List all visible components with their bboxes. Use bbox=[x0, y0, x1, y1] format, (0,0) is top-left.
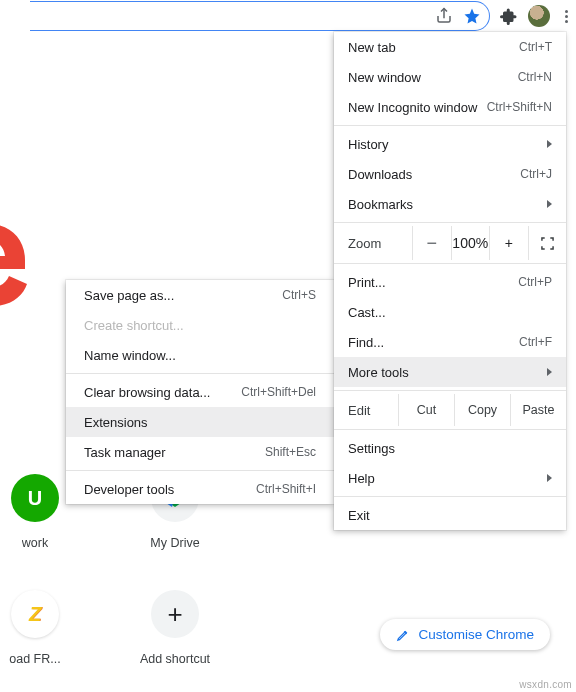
add-shortcut-tile[interactable]: + Add shortcut bbox=[130, 590, 220, 666]
avatar[interactable] bbox=[528, 5, 550, 27]
zoom-out-button[interactable]: − bbox=[412, 226, 451, 260]
menu-hint: Ctrl+S bbox=[282, 288, 316, 302]
menu-new-window[interactable]: New window Ctrl+N bbox=[334, 62, 566, 92]
menu-label: Create shortcut... bbox=[84, 318, 184, 333]
shortcut-icon: U bbox=[11, 474, 59, 522]
fullscreen-icon bbox=[541, 237, 554, 250]
customise-chrome-button[interactable]: Customise Chrome bbox=[380, 619, 550, 650]
menu-new-tab[interactable]: New tab Ctrl+T bbox=[334, 32, 566, 62]
menu-separator bbox=[334, 496, 566, 497]
paste-button[interactable]: Paste bbox=[510, 394, 566, 426]
browser-toolbar bbox=[26, 0, 576, 32]
menu-label: New window bbox=[348, 70, 421, 85]
star-filled-icon[interactable] bbox=[463, 7, 481, 25]
puzzle-icon[interactable] bbox=[500, 7, 518, 25]
menu-separator bbox=[66, 373, 334, 374]
menu-zoom-row: Zoom − 100% + bbox=[334, 226, 566, 260]
plus-icon: + bbox=[151, 590, 199, 638]
menu-hint: Ctrl+P bbox=[518, 275, 552, 289]
shortcut-label: Add shortcut bbox=[140, 652, 210, 666]
menu-incognito[interactable]: New Incognito window Ctrl+Shift+N bbox=[334, 92, 566, 122]
menu-label: Exit bbox=[348, 508, 370, 523]
pencil-icon bbox=[396, 628, 410, 642]
menu-label: Zoom bbox=[334, 236, 412, 251]
cut-button[interactable]: Cut bbox=[398, 394, 454, 426]
menu-separator bbox=[334, 222, 566, 223]
menu-label: New tab bbox=[348, 40, 396, 55]
menu-help[interactable]: Help bbox=[334, 463, 566, 493]
menu-downloads[interactable]: Downloads Ctrl+J bbox=[334, 159, 566, 189]
menu-edit-row: Edit Cut Copy Paste bbox=[334, 394, 566, 426]
menu-separator bbox=[334, 263, 566, 264]
shortcut-label: My Drive bbox=[150, 536, 199, 550]
submenu-arrow-icon bbox=[547, 200, 552, 208]
menu-label: Find... bbox=[348, 335, 384, 350]
menu-settings[interactable]: Settings bbox=[334, 433, 566, 463]
menu-label: Print... bbox=[348, 275, 386, 290]
menu-separator bbox=[66, 470, 334, 471]
menu-hint: Ctrl+Shift+N bbox=[487, 100, 552, 114]
google-logo-fragment bbox=[0, 200, 58, 320]
submenu-developer-tools[interactable]: Developer tools Ctrl+Shift+I bbox=[66, 474, 334, 504]
submenu-arrow-icon bbox=[547, 140, 552, 148]
menu-label: Help bbox=[348, 471, 375, 486]
menu-separator bbox=[334, 125, 566, 126]
copy-button[interactable]: Copy bbox=[454, 394, 510, 426]
submenu-clear-browsing-data[interactable]: Clear browsing data... Ctrl+Shift+Del bbox=[66, 377, 334, 407]
kebab-menu-icon[interactable] bbox=[560, 10, 572, 23]
zoom-value: 100% bbox=[451, 226, 490, 260]
menu-label: Save page as... bbox=[84, 288, 174, 303]
submenu-arrow-icon bbox=[547, 474, 552, 482]
shortcut-label: work bbox=[22, 536, 48, 550]
menu-hint: Ctrl+N bbox=[518, 70, 552, 84]
menu-hint: Ctrl+J bbox=[520, 167, 552, 181]
menu-label: History bbox=[348, 137, 388, 152]
menu-label: Bookmarks bbox=[348, 197, 413, 212]
omnibox-end-cap bbox=[30, 1, 490, 31]
customise-chrome-label: Customise Chrome bbox=[418, 627, 534, 642]
menu-hint: Shift+Esc bbox=[265, 445, 316, 459]
menu-label: New Incognito window bbox=[348, 100, 477, 115]
menu-label: More tools bbox=[348, 365, 409, 380]
shortcut-tile[interactable]: Z oad FR... bbox=[0, 590, 80, 666]
zoom-in-button[interactable]: + bbox=[489, 226, 528, 260]
menu-more-tools[interactable]: More tools bbox=[334, 357, 566, 387]
menu-hint: Ctrl+Shift+Del bbox=[241, 385, 316, 399]
menu-print[interactable]: Print... Ctrl+P bbox=[334, 267, 566, 297]
menu-history[interactable]: History bbox=[334, 129, 566, 159]
submenu-name-window[interactable]: Name window... bbox=[66, 340, 334, 370]
menu-label: Clear browsing data... bbox=[84, 385, 210, 400]
submenu-extensions[interactable]: Extensions bbox=[66, 407, 334, 437]
menu-bookmarks[interactable]: Bookmarks bbox=[334, 189, 566, 219]
menu-label: Name window... bbox=[84, 348, 176, 363]
menu-label: Task manager bbox=[84, 445, 166, 460]
fullscreen-button[interactable] bbox=[528, 226, 567, 260]
share-icon[interactable] bbox=[435, 7, 453, 25]
menu-hint: Ctrl+T bbox=[519, 40, 552, 54]
menu-label: Downloads bbox=[348, 167, 412, 182]
submenu-task-manager[interactable]: Task manager Shift+Esc bbox=[66, 437, 334, 467]
shortcut-label: oad FR... bbox=[9, 652, 60, 666]
menu-hint: Ctrl+F bbox=[519, 335, 552, 349]
menu-label: Developer tools bbox=[84, 482, 174, 497]
menu-label: Extensions bbox=[84, 415, 148, 430]
menu-separator bbox=[334, 390, 566, 391]
chrome-main-menu: New tab Ctrl+T New window Ctrl+N New Inc… bbox=[334, 32, 566, 530]
submenu-arrow-icon bbox=[547, 368, 552, 376]
more-tools-submenu: Save page as... Ctrl+S Create shortcut..… bbox=[66, 280, 334, 504]
submenu-create-shortcut: Create shortcut... bbox=[66, 310, 334, 340]
watermark: wsxdn.com bbox=[519, 679, 572, 690]
menu-cast[interactable]: Cast... bbox=[334, 297, 566, 327]
submenu-save-page-as[interactable]: Save page as... Ctrl+S bbox=[66, 280, 334, 310]
menu-separator bbox=[334, 429, 566, 430]
menu-label: Edit bbox=[334, 394, 398, 426]
menu-hint: Ctrl+Shift+I bbox=[256, 482, 316, 496]
menu-exit[interactable]: Exit bbox=[334, 500, 566, 530]
menu-find[interactable]: Find... Ctrl+F bbox=[334, 327, 566, 357]
shortcut-icon: Z bbox=[11, 590, 59, 638]
menu-label: Cast... bbox=[348, 305, 386, 320]
menu-label: Settings bbox=[348, 441, 395, 456]
